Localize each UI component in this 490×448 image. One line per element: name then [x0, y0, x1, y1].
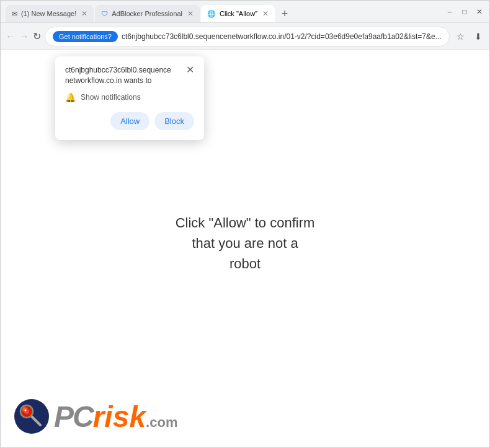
pcrisk-icon — [13, 398, 50, 435]
maximize-button[interactable]: □ — [460, 7, 470, 17]
popup-header: ct6njbghubcc73c6lbl0.sequence networkflo… — [65, 65, 194, 86]
reload-button[interactable]: ↻ — [33, 28, 41, 45]
pcrisk-risk-text: risk — [93, 400, 146, 433]
address-bar: ← → ↻ Get notifications? ct6njbghubcc73c… — [1, 23, 489, 50]
close-button[interactable]: ✕ — [474, 7, 484, 17]
popup-site-line2: networkflow.co.in wants to — [65, 76, 151, 85]
main-page-text: Click "Allow" to confirm that you are no… — [176, 212, 315, 273]
popup-site-line1: ct6njbghubcc73c6lbl0.sequence — [65, 66, 171, 74]
svg-point-6 — [25, 410, 27, 411]
pcrisk-pc-text: PC — [54, 400, 93, 433]
address-input-wrap[interactable]: Get notifications? ct6njbghubcc73c6lbl0.… — [45, 27, 450, 46]
popup-site-name: ct6njbghubcc73c6lbl0.sequence networkflo… — [65, 65, 181, 86]
pcrisk-text-group: PCrisk.com — [54, 400, 177, 434]
allow-button[interactable]: Allow — [110, 112, 149, 130]
main-text-line1: Click "Allow" to confirm — [176, 212, 315, 232]
popup-actions: Allow Block — [65, 112, 194, 130]
popup-permission-row: 🔔 Show notifications — [65, 92, 194, 102]
tab-adblocker[interactable]: 🛡 AdBlocker Professional ✕ — [95, 5, 200, 22]
popup-close-button[interactable]: ✕ — [186, 65, 194, 75]
notification-chip[interactable]: Get notifications? — [53, 31, 118, 42]
block-button[interactable]: Block — [154, 112, 194, 130]
back-button[interactable]: ← — [6, 28, 16, 45]
pcrisk-logo: PCrisk.com — [13, 398, 177, 435]
tabs-area: ✉ (1) New Message! ✕ 🛡 AdBlocker Profess… — [6, 1, 440, 22]
main-text-line3: robot — [176, 253, 315, 273]
title-bar: ✉ (1) New Message! ✕ 🛡 AdBlocker Profess… — [1, 1, 489, 23]
notification-popup: ct6njbghubcc73c6lbl0.sequence networkflo… — [55, 56, 204, 140]
bell-icon: 🔔 — [65, 92, 76, 102]
tab-click-allow-label: Click "Allow" — [220, 10, 257, 17]
popup-permission-text: Show notifications — [81, 93, 141, 102]
new-tab-button[interactable]: + — [276, 5, 293, 22]
tab-click-allow[interactable]: 🌐 Click "Allow" ✕ — [201, 5, 275, 22]
pcrisk-com-text: .com — [146, 415, 177, 430]
browser-frame: ✉ (1) New Message! ✕ 🛡 AdBlocker Profess… — [0, 0, 490, 448]
tab-adblocker-label: AdBlocker Professional — [112, 10, 182, 17]
forward-button[interactable]: → — [19, 28, 29, 45]
tab-new-message[interactable]: ✉ (1) New Message! ✕ — [6, 5, 94, 22]
download-icon[interactable]: ⬇ — [471, 29, 486, 44]
page-content: ct6njbghubcc73c6lbl0.sequence networkflo… — [1, 50, 489, 447]
window-controls: – □ ✕ — [445, 7, 484, 17]
address-url: ct6njbghubcc73c6lbl0.sequencenetworkflow… — [122, 32, 442, 41]
minimize-button[interactable]: – — [445, 7, 455, 17]
bookmark-icon[interactable]: ☆ — [453, 29, 468, 44]
tab-adblocker-close[interactable]: ✕ — [187, 9, 194, 18]
tab-new-message-close[interactable]: ✕ — [81, 9, 87, 18]
tab-click-allow-close[interactable]: ✕ — [262, 9, 269, 18]
toolbar-icons: ☆ ⬇ 👤 ⋮ — [453, 29, 490, 44]
tab-new-message-label: (1) New Message! — [21, 10, 76, 17]
main-text-line2: that you are not a — [176, 232, 315, 253]
